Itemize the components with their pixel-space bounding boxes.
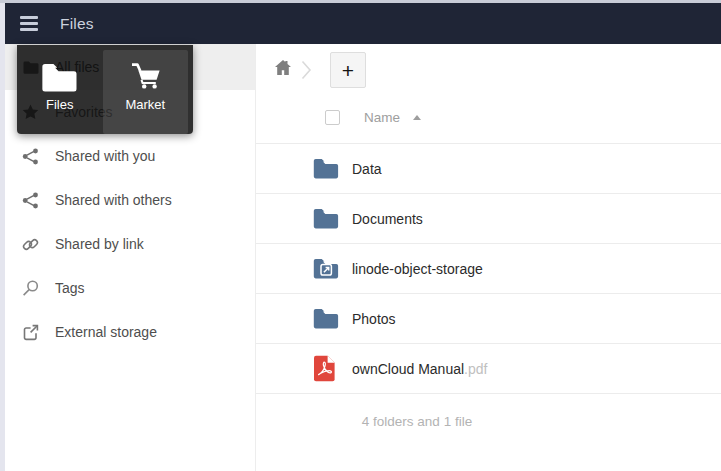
sidebar-item-shared-with-others[interactable]: Shared with others (5, 178, 255, 222)
sidebar-item-label: External storage (55, 324, 157, 340)
file-row-photos[interactable]: Photos (256, 293, 721, 343)
app-header: Files (5, 3, 721, 44)
breadcrumb-bar: + (256, 44, 721, 96)
home-breadcrumb-icon[interactable] (274, 59, 292, 76)
file-table-header: Name (256, 96, 721, 143)
folder-blue-icon (313, 158, 339, 180)
pdf-icon (313, 358, 339, 380)
folder-white-icon (44, 58, 75, 90)
magnifier-icon (22, 280, 39, 297)
select-all-checkbox[interactable] (325, 110, 340, 125)
file-row-linode-object-storage[interactable]: linode-object-storage (256, 243, 721, 293)
owncloud-window: Files All files Favorites Shared with yo… (0, 0, 721, 471)
file-name: linode-object-storage (352, 261, 483, 277)
file-name: Photos (352, 311, 396, 327)
new-file-button[interactable]: + (330, 52, 366, 88)
sidebar-item-shared-with-you[interactable]: Shared with you (5, 134, 255, 178)
name-column-header[interactable]: Name (364, 110, 421, 125)
sidebar-item-label: Shared by link (55, 236, 144, 252)
file-name: Data (352, 161, 382, 177)
app-menu-item-market[interactable]: Market (103, 50, 189, 134)
name-column-label: Name (364, 110, 400, 125)
sort-ascending-icon (413, 115, 421, 120)
breadcrumb-chevron-icon (301, 60, 312, 84)
file-row-documents[interactable]: Documents (256, 193, 721, 243)
file-row-data[interactable]: Data (256, 143, 721, 193)
file-name: ownCloud Manual (352, 361, 464, 377)
app-menu-item-label: Market (125, 97, 165, 112)
app-switcher-menu-icon[interactable] (15, 9, 53, 39)
window-top-edge (0, 0, 721, 3)
file-list-panel: + Name Data Documents linode-object-stor… (256, 44, 721, 471)
file-count-summary: 4 folders and 1 file (256, 414, 578, 429)
sidebar-item-shared-by-link[interactable]: Shared by link (5, 222, 255, 266)
external-icon (22, 324, 39, 341)
sidebar-item-tags[interactable]: Tags (5, 266, 255, 310)
file-extension: .pdf (464, 361, 487, 377)
folder-blue-icon (313, 208, 339, 230)
share-icon (22, 148, 39, 165)
app-menu-item-label: Files (46, 97, 73, 112)
sidebar-item-label: Shared with you (55, 148, 155, 164)
sidebar-item-label: Shared with others (55, 192, 172, 208)
file-name: Documents (352, 211, 423, 227)
cart-icon (128, 58, 163, 90)
sidebar-item-label: Tags (55, 280, 85, 296)
app-title: Files (60, 15, 94, 33)
link-icon (22, 236, 39, 253)
app-switcher-menu: Files Market (17, 45, 193, 134)
file-rows: Data Documents linode-object-storage Pho… (256, 143, 721, 394)
folder-external-icon (313, 258, 339, 280)
app-menu-item-files[interactable]: Files (17, 45, 103, 134)
window-left-edge (0, 3, 5, 471)
sidebar-item-external-storage[interactable]: External storage (5, 310, 255, 354)
folder-blue-icon (313, 308, 339, 330)
share-icon (22, 192, 39, 209)
file-row-owncloud-manual[interactable]: ownCloud Manual.pdf (256, 343, 721, 393)
